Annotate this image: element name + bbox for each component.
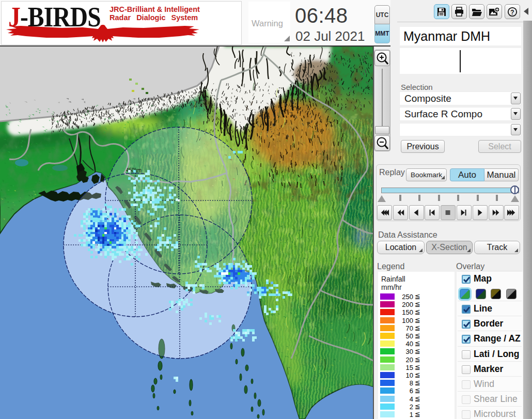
svg-text:?: ?	[510, 8, 514, 15]
